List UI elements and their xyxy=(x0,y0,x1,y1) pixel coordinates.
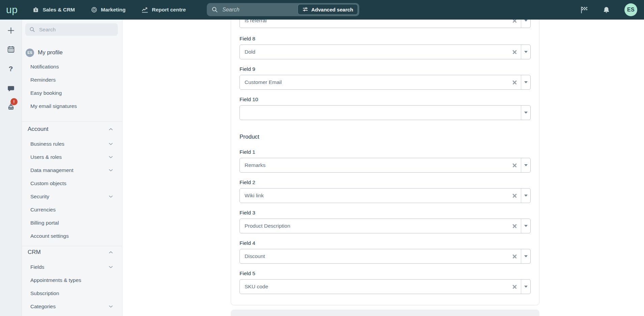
advanced-search-button[interactable]: Advanced search xyxy=(298,4,358,15)
clear-icon[interactable] xyxy=(512,254,517,259)
field-select-is-referral[interactable]: Is referral xyxy=(240,20,531,28)
field-row-field-8: Field 8Dold xyxy=(240,35,531,59)
help-icon[interactable]: ? xyxy=(5,63,17,75)
dropdown-arrow-icon xyxy=(524,195,528,197)
sidebar-search-input[interactable] xyxy=(38,26,114,33)
field-select-field-5[interactable]: SKU code xyxy=(240,279,531,294)
partial-field-container: Is referral xyxy=(240,20,531,28)
sidebar-item-categories[interactable]: Categories xyxy=(22,300,122,313)
sidebar-item-label: My email signatures xyxy=(30,103,77,109)
chevron-up-icon xyxy=(109,251,113,254)
dropdown-toggle[interactable] xyxy=(521,106,530,120)
app-logo[interactable]: up xyxy=(6,5,18,15)
icon-rail: ? ! xyxy=(0,20,22,316)
dropdown-toggle[interactable] xyxy=(521,20,530,28)
field-label: Field 10 xyxy=(240,96,531,103)
sidebar-item-label: Account settings xyxy=(30,233,69,239)
field-select-field-10[interactable] xyxy=(240,105,531,120)
main-content: Is referral Field 8DoldField 9Customer E… xyxy=(122,20,644,316)
sidebar-item-business-rules[interactable]: Business rules xyxy=(22,137,122,150)
nav-item-report-centre[interactable]: Report centre xyxy=(141,6,186,13)
dropdown-arrow-icon xyxy=(524,164,528,166)
sidebar-item-easy-booking[interactable]: Easy booking xyxy=(22,86,122,99)
profile-label: My profile xyxy=(38,49,63,56)
nav-item-marketing[interactable]: Marketing xyxy=(91,6,125,13)
sidebar-item-billing-portal[interactable]: Billing portal xyxy=(22,216,122,229)
sidebar-item-reminders[interactable]: Reminders xyxy=(22,73,122,86)
field-select-field-9[interactable]: Customer Email xyxy=(240,75,531,90)
clear-icon[interactable] xyxy=(512,20,517,23)
section-header-crm[interactable]: CRM xyxy=(22,247,122,257)
field-value: Wiki link xyxy=(245,193,512,199)
sidebar-search xyxy=(25,23,118,36)
field-row-field-1: Field 1Remarks xyxy=(240,148,531,173)
sidebar-item-label: Easy booking xyxy=(30,90,62,96)
clear-icon[interactable] xyxy=(512,224,517,229)
dropdown-arrow-icon xyxy=(524,20,528,22)
sidebar-item-label: Fields xyxy=(30,264,44,270)
field-row-field-4: Field 4Discount xyxy=(240,239,531,264)
calendar-icon[interactable] xyxy=(5,44,17,55)
chat-icon[interactable] xyxy=(5,83,17,94)
dropdown-toggle[interactable] xyxy=(521,249,530,263)
sidebar-item-data-management[interactable]: Data management xyxy=(22,164,122,177)
sidebar-item-my-profile[interactable]: ES My profile xyxy=(22,48,122,57)
field-value: Dold xyxy=(245,49,512,55)
topbar-actions: ES xyxy=(580,0,644,20)
sidebar-item-subscription[interactable]: Subscription xyxy=(22,287,122,300)
field-row-field-2: Field 2Wiki link xyxy=(240,179,531,203)
section-heading-product: Product xyxy=(240,133,531,141)
section-title: CRM xyxy=(28,249,41,256)
chevron-down-icon xyxy=(109,266,113,268)
dropdown-toggle[interactable] xyxy=(521,158,530,172)
nav-label: Report centre xyxy=(152,7,186,13)
sidebar-item-my-email-signatures[interactable]: My email signatures xyxy=(22,99,122,113)
alert-badge[interactable]: ! xyxy=(10,98,18,105)
field-label: Field 2 xyxy=(240,179,531,186)
chevron-down-icon xyxy=(109,305,113,308)
chevron-down-icon xyxy=(109,143,113,145)
sidebar-item-users-roles[interactable]: Users & roles xyxy=(22,150,122,164)
sidebar-item-label: Data management xyxy=(30,167,74,173)
search-icon xyxy=(29,27,35,32)
dropdown-toggle[interactable] xyxy=(521,45,530,59)
sidebar-item-currencies[interactable]: Currencies xyxy=(22,203,122,216)
dropdown-arrow-icon xyxy=(524,112,528,114)
avatar: ES xyxy=(26,49,34,57)
sidebar-item-account-settings[interactable]: Account settings xyxy=(22,229,122,242)
profile-items: NotificationsRemindersEasy bookingMy ema… xyxy=(22,60,122,113)
clear-icon[interactable] xyxy=(512,193,517,198)
divider xyxy=(22,246,122,246)
plus-icon[interactable] xyxy=(5,25,17,36)
field-select-field-2[interactable]: Wiki link xyxy=(240,188,531,203)
bell-icon[interactable] xyxy=(603,6,610,14)
nav-label: Marketing xyxy=(101,7,125,13)
sidebar-item-appointments-types[interactable]: Appointments & types xyxy=(22,274,122,287)
clear-icon[interactable] xyxy=(512,284,517,289)
sidebar-item-fields[interactable]: Fields xyxy=(22,260,122,274)
sidebar-item-notifications[interactable]: Notifications xyxy=(22,60,122,73)
field-select-field-1[interactable]: Remarks xyxy=(240,158,531,173)
dropdown-toggle[interactable] xyxy=(521,219,530,233)
clear-icon[interactable] xyxy=(512,80,517,85)
field-select-field-4[interactable]: Discount xyxy=(240,249,531,264)
sidebar-item-label: Billing portal xyxy=(30,220,59,226)
dropdown-toggle[interactable] xyxy=(521,280,530,294)
dropdown-toggle[interactable] xyxy=(521,189,530,203)
clear-icon[interactable] xyxy=(512,163,517,168)
section-header-account[interactable]: Account xyxy=(22,124,122,134)
user-avatar[interactable]: ES xyxy=(624,3,637,16)
dropdown-toggle[interactable] xyxy=(521,75,530,89)
fields-group-top: Field 8DoldField 9Customer EmailField 10 xyxy=(240,35,531,120)
sidebar-item-label: Subscription xyxy=(30,290,59,296)
global-search: Advanced search xyxy=(207,3,359,16)
field-select-field-3[interactable]: Product Description xyxy=(240,219,531,233)
nav-item-sales-crm[interactable]: $ Sales & CRM xyxy=(32,6,75,13)
sidebar-item-security[interactable]: Security xyxy=(22,190,122,203)
target-icon xyxy=(91,6,97,13)
field-select-field-8[interactable]: Dold xyxy=(240,45,531,59)
sidebar-item-custom-objects[interactable]: Custom objects xyxy=(22,177,122,190)
checkered-flag-icon[interactable] xyxy=(580,6,588,14)
primary-nav: $ Sales & CRM Marketing Report centre xyxy=(32,6,186,13)
clear-icon[interactable] xyxy=(512,50,517,55)
